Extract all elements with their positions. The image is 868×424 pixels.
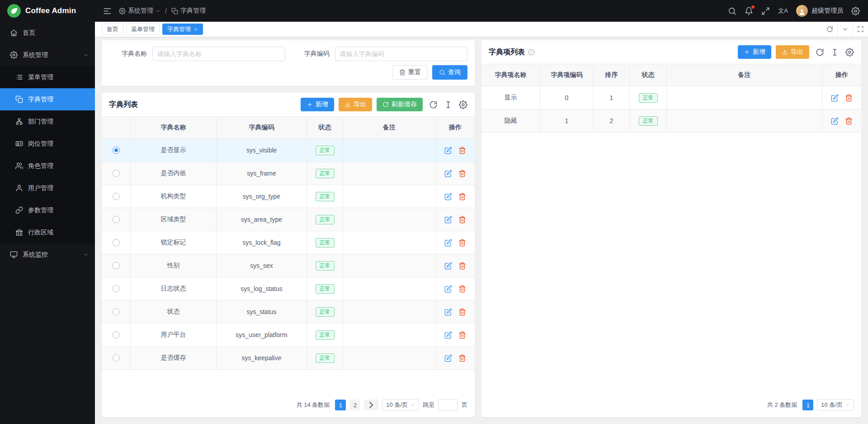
column-settings-button[interactable] <box>444 100 453 109</box>
table-row[interactable]: 日志状态sys_log_status正常 <box>102 277 475 300</box>
sidebar-item-system-management[interactable]: 系统管理 <box>0 44 95 66</box>
table-row[interactable]: 是否缓存sys_keepalive正常 <box>102 347 475 370</box>
breadcrumb-dict-management[interactable]: 字典管理 <box>171 7 206 15</box>
table-row[interactable]: 是否显示sys_visible正常 <box>102 139 475 162</box>
dict-list-title: 字典列表 <box>109 100 138 110</box>
fullscreen-button[interactable] <box>761 7 770 15</box>
edit-row-button[interactable] <box>831 94 839 102</box>
row-radio[interactable] <box>113 331 120 338</box>
delete-row-button[interactable] <box>458 216 466 224</box>
add-dict-button[interactable]: 新增 <box>301 98 334 111</box>
sidebar-item-dict-management[interactable]: 字典管理 <box>0 88 95 110</box>
sidebar-item-system-monitor[interactable]: 系统监控 <box>0 243 95 266</box>
reset-button[interactable]: 重置 <box>392 65 428 80</box>
table-row[interactable]: 机构类型sys_org_type正常 <box>102 185 475 208</box>
delete-row-button[interactable] <box>458 170 466 177</box>
row-radio[interactable] <box>113 262 120 269</box>
sidebar-item-menu-management[interactable]: 菜单管理 <box>0 66 95 88</box>
dict-code-input[interactable] <box>335 47 468 61</box>
search-button[interactable] <box>728 7 736 15</box>
toggle-content-fullscreen-button[interactable] <box>853 22 868 37</box>
delete-row-button[interactable] <box>458 147 466 154</box>
notifications-button[interactable] <box>745 7 753 15</box>
delete-row-button[interactable] <box>458 331 466 339</box>
tab-menu-management[interactable]: 菜单管理 <box>126 24 160 35</box>
page-button-1[interactable]: 1 <box>802 400 813 410</box>
sidebar-item-label: 菜单管理 <box>28 73 53 81</box>
edit-row-button[interactable] <box>444 216 452 224</box>
refresh-cache-button[interactable]: 刷新缓存 <box>377 98 423 111</box>
next-page-button[interactable] <box>364 400 378 410</box>
table-settings-button[interactable] <box>845 48 854 57</box>
page-button-1[interactable]: 1 <box>335 400 346 410</box>
table-row[interactable]: 性别sys_sex正常 <box>102 254 475 277</box>
sidebar-item-home[interactable]: 首页 <box>0 22 95 44</box>
edit-row-button[interactable] <box>444 354 452 362</box>
sidebar-item-param-management[interactable]: 参数管理 <box>0 199 95 221</box>
breadcrumb-system-management[interactable]: 系统管理 <box>119 7 160 15</box>
column-settings-button[interactable] <box>830 48 839 57</box>
page-size-select[interactable]: 10 条/页 <box>817 399 854 411</box>
edit-row-button[interactable] <box>444 239 452 247</box>
edit-row-button[interactable] <box>444 147 452 154</box>
query-button[interactable]: 查询 <box>432 65 467 80</box>
sidebar-item-role-management[interactable]: 角色管理 <box>0 155 95 177</box>
row-radio[interactable] <box>113 308 120 315</box>
row-radio[interactable] <box>113 170 120 177</box>
table-row[interactable]: 是否内嵌sys_frame正常 <box>102 162 475 185</box>
refresh-tab-button[interactable] <box>822 22 837 37</box>
edit-row-button[interactable] <box>444 285 452 293</box>
delete-row-button[interactable] <box>458 262 466 270</box>
delete-row-button[interactable] <box>845 117 853 125</box>
table-row[interactable]: 锁定标记sys_lock_flag正常 <box>102 231 475 254</box>
table-row[interactable]: 区域类型sys_area_type正常 <box>102 208 475 231</box>
collapse-sidebar-button[interactable] <box>103 7 112 15</box>
edit-row-button[interactable] <box>444 170 452 177</box>
edit-row-button[interactable] <box>444 331 452 339</box>
sidebar-item-post-management[interactable]: 岗位管理 <box>0 133 95 155</box>
row-radio[interactable] <box>113 239 120 246</box>
delete-row-button[interactable] <box>458 239 466 247</box>
row-radio[interactable] <box>113 285 120 292</box>
add-dict-item-button[interactable]: 新增 <box>738 45 771 59</box>
table-row[interactable]: 显示01正常 <box>481 86 861 110</box>
delete-row-button[interactable] <box>458 193 466 200</box>
delete-row-button[interactable] <box>458 354 466 362</box>
tab-options-button[interactable] <box>837 22 853 37</box>
refresh-table-button[interactable] <box>429 100 438 109</box>
delete-row-button[interactable] <box>458 308 466 316</box>
app-logo[interactable]: Coffee Admin <box>0 0 95 22</box>
close-icon[interactable] <box>193 27 198 32</box>
cell-status: 正常 <box>307 162 343 185</box>
table-row[interactable]: 用户平台sys_user_platform正常 <box>102 324 475 347</box>
user-menu[interactable]: 超级管理员 <box>796 5 843 17</box>
page-button-2[interactable]: 2 <box>349 400 360 410</box>
delete-row-button[interactable] <box>845 94 853 102</box>
sidebar-item-admin-region[interactable]: 行政区域 <box>0 221 95 243</box>
tab-dict-management[interactable]: 字典管理 <box>162 24 203 35</box>
sidebar-item-user-management[interactable]: 用户管理 <box>0 177 95 199</box>
table-row[interactable]: 状态sys_status正常 <box>102 300 475 324</box>
dict-name-input[interactable] <box>152 47 285 61</box>
row-radio[interactable] <box>113 354 120 362</box>
export-dict-item-button[interactable]: 导出 <box>776 45 809 59</box>
settings-button[interactable] <box>851 7 860 15</box>
edit-row-button[interactable] <box>444 308 452 316</box>
cell-status: 正常 <box>307 300 343 323</box>
table-settings-button[interactable] <box>459 100 467 109</box>
translate-button[interactable]: 文A <box>778 7 788 15</box>
refresh-table-button[interactable] <box>816 48 824 57</box>
export-dict-button[interactable]: 导出 <box>339 98 372 111</box>
row-radio[interactable] <box>113 216 120 223</box>
edit-row-button[interactable] <box>444 262 452 270</box>
page-size-select[interactable]: 10 条/页 <box>382 399 419 411</box>
edit-row-button[interactable] <box>831 117 839 125</box>
table-row[interactable]: 隐藏12正常 <box>481 110 861 133</box>
delete-row-button[interactable] <box>458 285 466 293</box>
sidebar-item-dept-management[interactable]: 部门管理 <box>0 110 95 133</box>
jump-page-input[interactable] <box>438 399 458 411</box>
tab-home[interactable]: 首页 <box>102 24 123 35</box>
row-radio[interactable] <box>113 147 120 154</box>
row-radio[interactable] <box>113 193 120 200</box>
edit-row-button[interactable] <box>444 193 452 200</box>
